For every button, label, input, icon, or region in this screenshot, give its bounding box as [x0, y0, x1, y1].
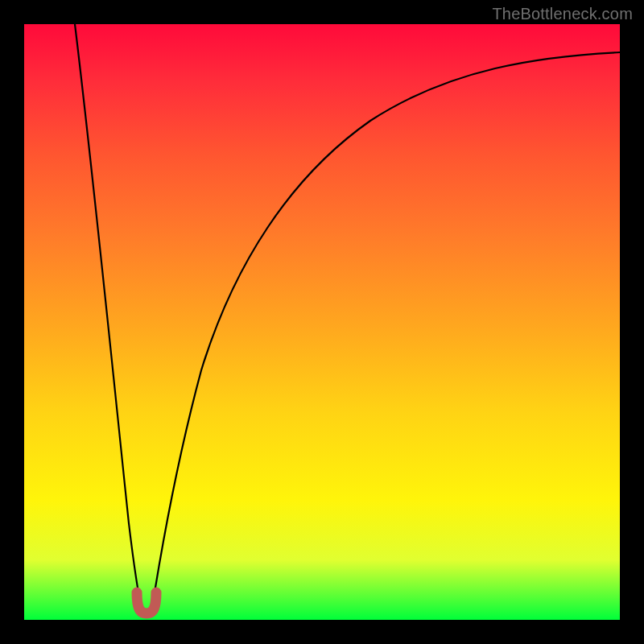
curve-left-branch	[75, 24, 139, 597]
chart-frame	[24, 24, 620, 620]
curve-right-branch	[154, 52, 620, 597]
watermark-text: TheBottleneck.com	[492, 5, 633, 23]
chart-svg	[24, 24, 620, 620]
minimum-marker	[137, 592, 156, 613]
